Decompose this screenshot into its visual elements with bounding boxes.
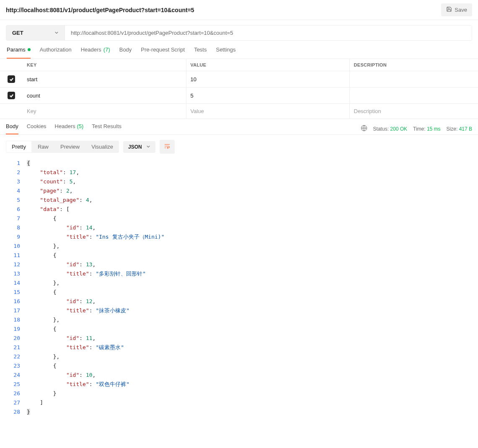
response-code[interactable]: 1{2 "total": 17,3 "count": 5,4 "page": 2… xyxy=(0,159,478,422)
table-row[interactable]: count 5 xyxy=(0,88,478,104)
url-input[interactable]: http://localhost:8081/v1/product/getPage… xyxy=(65,26,472,40)
code-line: 27 ] xyxy=(6,398,472,407)
code-line: 3 "count": 5, xyxy=(6,177,472,186)
rtab-headers[interactable]: Headers (5) xyxy=(55,123,84,134)
code-line: 9 "title": "Ins 复古小夹子（Mini)" xyxy=(6,232,472,242)
code-line: 15 { xyxy=(6,288,472,297)
rtab-test-results[interactable]: Test Results xyxy=(92,123,121,134)
code-line: 2 "total": 17, xyxy=(6,168,472,177)
param-value[interactable]: 10 xyxy=(186,71,349,88)
param-value[interactable]: 5 xyxy=(186,88,349,104)
response-meta: Status: 200 OK Time: 15 ms Size: 417 B xyxy=(361,125,472,133)
save-label: Save xyxy=(455,7,467,13)
request-title: http://localhost:8081/v1/product/getPage… xyxy=(6,7,194,13)
code-line: 18 }, xyxy=(6,315,472,324)
request-area: GET http://localhost:8081/v1/product/get… xyxy=(0,20,478,41)
globe-icon[interactable] xyxy=(361,125,367,133)
size: Size: 417 B xyxy=(447,126,472,132)
param-desc[interactable] xyxy=(349,88,478,104)
response-tabs: Body Cookies Headers (5) Test Results St… xyxy=(0,119,478,135)
tab-prerequest[interactable]: Pre-request Script xyxy=(141,46,185,59)
col-desc: DESCRIPTION xyxy=(349,59,478,71)
param-key[interactable]: count xyxy=(23,88,186,104)
view-visualize[interactable]: Visualize xyxy=(85,141,119,153)
code-line: 24 "id": 10, xyxy=(6,371,472,380)
format-select[interactable]: JSON xyxy=(123,141,155,153)
code-line: 11 { xyxy=(6,251,472,260)
active-dot-icon xyxy=(28,48,31,51)
code-line: 1{ xyxy=(6,159,472,168)
tab-params[interactable]: Params xyxy=(7,46,31,59)
code-line: 21 "title": "碳素墨水" xyxy=(6,343,472,352)
col-key: KEY xyxy=(23,59,186,71)
code-line: 6 "data": [ xyxy=(6,205,472,214)
code-line: 22 }, xyxy=(6,352,472,361)
code-line: 12 "id": 13, xyxy=(6,260,472,269)
code-line: 5 "total_page": 4, xyxy=(6,196,472,205)
wrap-lines-button[interactable] xyxy=(160,140,175,154)
param-key[interactable]: start xyxy=(23,71,186,88)
chevron-down-icon xyxy=(54,30,59,36)
code-line: 20 "id": 11, xyxy=(6,334,472,343)
code-line: 7 { xyxy=(6,214,472,223)
code-line: 17 "title": "抹茶小橡皮" xyxy=(6,306,472,315)
code-line: 23 { xyxy=(6,361,472,371)
tab-body[interactable]: Body xyxy=(119,46,132,59)
method-value: GET xyxy=(12,30,23,36)
view-mode-group: Pretty Raw Preview Visualize xyxy=(6,141,119,153)
code-line: 10 }, xyxy=(6,242,472,251)
header-bar: http://localhost:8081/v1/product/getPage… xyxy=(0,0,478,20)
view-bar: Pretty Raw Preview Visualize JSON xyxy=(0,135,478,159)
param-desc-placeholder[interactable]: Description xyxy=(349,104,478,119)
tab-headers[interactable]: Headers (7) xyxy=(81,46,110,59)
code-line: 28} xyxy=(6,407,472,417)
tab-authorization[interactable]: Authorization xyxy=(40,46,72,59)
code-line: 26 } xyxy=(6,389,472,398)
params-table: KEY VALUE DESCRIPTION start 10 count 5 K… xyxy=(0,59,478,119)
status: Status: 200 OK xyxy=(373,126,407,132)
param-key-placeholder[interactable]: Key xyxy=(23,104,186,119)
chevron-down-icon xyxy=(146,144,150,150)
param-desc[interactable] xyxy=(349,71,478,88)
col-value: VALUE xyxy=(186,59,349,71)
tab-tests[interactable]: Tests xyxy=(194,46,207,59)
table-row-placeholder[interactable]: Key Value Description xyxy=(0,104,478,119)
request-tabs: Params Authorization Headers (7) Body Pr… xyxy=(0,41,478,59)
table-row[interactable]: start 10 xyxy=(0,71,478,88)
param-value-placeholder[interactable]: Value xyxy=(186,104,349,119)
rtab-cookies[interactable]: Cookies xyxy=(27,123,47,134)
col-checkbox xyxy=(0,59,23,71)
checkbox-checked[interactable] xyxy=(8,92,15,99)
code-line: 16 "id": 12, xyxy=(6,297,472,306)
checkbox-checked[interactable] xyxy=(8,75,15,83)
save-icon xyxy=(446,6,452,13)
rtab-body[interactable]: Body xyxy=(6,123,18,134)
code-line: 19 { xyxy=(6,324,472,334)
time: Time: 15 ms xyxy=(413,126,441,132)
view-pretty[interactable]: Pretty xyxy=(6,141,32,153)
code-line: 14 }, xyxy=(6,278,472,288)
code-line: 25 "title": "双色牛仔裤" xyxy=(6,380,472,389)
code-line: 4 "page": 2, xyxy=(6,186,472,196)
request-row: GET http://localhost:8081/v1/product/get… xyxy=(6,25,472,41)
view-raw[interactable]: Raw xyxy=(32,141,54,153)
code-line: 8 "id": 14, xyxy=(6,223,472,232)
view-preview[interactable]: Preview xyxy=(54,141,85,153)
wrap-icon xyxy=(164,143,171,151)
tab-settings[interactable]: Settings xyxy=(216,46,235,59)
method-select[interactable]: GET xyxy=(6,26,65,40)
save-button[interactable]: Save xyxy=(441,3,472,16)
code-line: 13 "title": "多彩别针、回形针" xyxy=(6,269,472,278)
